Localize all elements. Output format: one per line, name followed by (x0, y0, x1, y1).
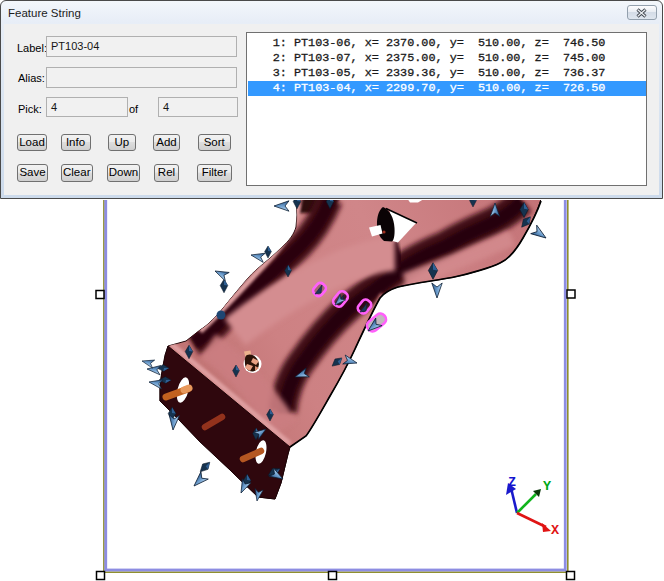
svg-text:X: X (551, 523, 560, 538)
svg-text:Y: Y (543, 479, 552, 494)
svg-text:Z: Z (508, 475, 516, 490)
